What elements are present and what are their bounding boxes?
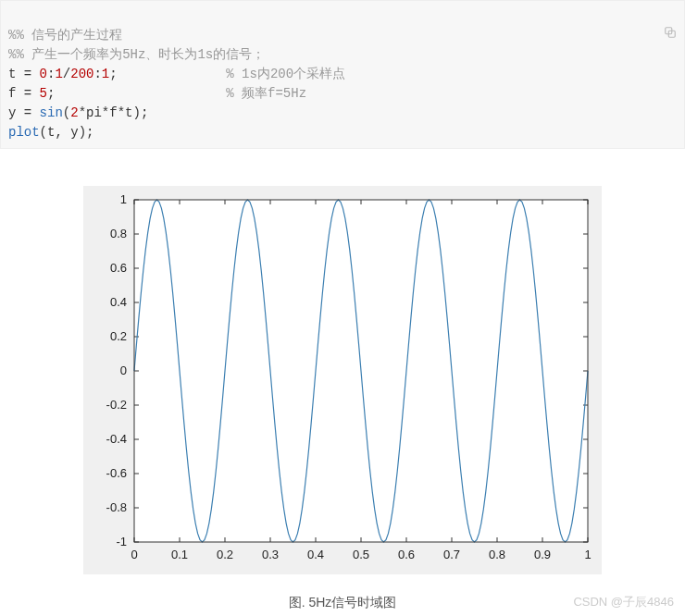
code-l5-head: y = [8,105,40,120]
code-l3-head: t = [8,67,40,81]
y-tick-label: -0.4 [106,432,127,446]
x-tick-label: 0.8 [489,548,505,561]
x-tick-label: 0.5 [353,548,369,561]
x-tick-label: 0.6 [398,548,415,561]
y-tick-label: 0.8 [110,227,127,240]
code-block: %% 信号的产生过程 %% 产生一个频率为5Hz、时长为1s的信号； t = 0… [0,0,685,149]
x-tick-label: 0.3 [262,548,279,561]
y-tick-label: -0.8 [106,500,127,514]
copy-icon[interactable] [664,6,677,19]
y-tick-label: 0.2 [110,329,127,343]
watermark-text: CSDN @子辰4846 [573,594,674,610]
code-comment-4: % 频率f=5Hz [226,86,306,101]
y-tick-label: 0.6 [110,261,127,275]
y-tick-label: 0 [120,363,127,377]
y-tick-label: -1 [116,535,127,548]
x-tick-label: 0.4 [307,548,324,561]
chart-container: 00.10.20.30.40.50.60.70.80.91-1-0.8-0.6-… [0,186,685,574]
x-tick-label: 1 [584,548,591,561]
code-fn-plot: plot [8,125,40,140]
code-comment-3: % 1s内200个采样点 [226,67,345,81]
x-tick-label: 0.2 [217,548,233,561]
x-tick-label: 0.9 [534,548,551,561]
code-fn-sin: sin [40,105,63,120]
line-chart: 00.10.20.30.40.50.60.70.80.91-1-0.8-0.6-… [83,186,602,574]
code-l4-head: f = [8,86,40,101]
y-tick-label: 1 [120,192,127,206]
x-tick-label: 0.1 [171,548,188,561]
code-comment-2: %% 产生一个频率为5Hz、时长为1s的信号； [8,47,265,62]
y-tick-label: -0.6 [106,466,127,480]
x-tick-label: 0 [131,548,137,561]
y-tick-label: 0.4 [110,295,127,309]
x-tick-label: 0.7 [443,548,460,561]
code-comment-1: %% 信号的产生过程 [8,28,122,43]
y-tick-label: -0.2 [106,398,127,412]
